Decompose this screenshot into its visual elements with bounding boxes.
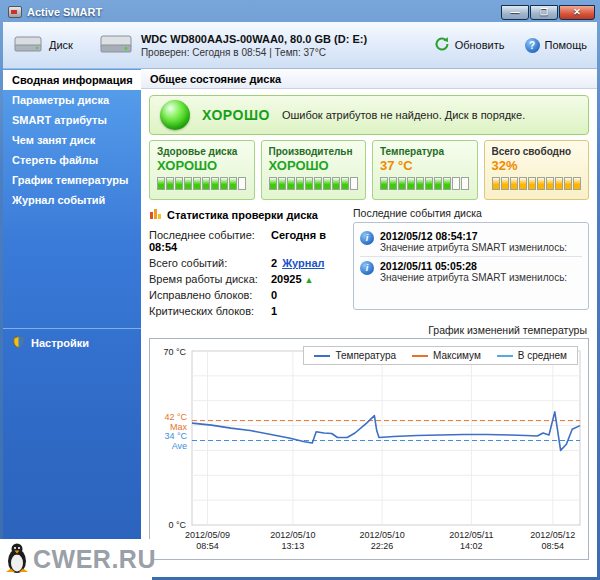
help-label: Помощь [545, 39, 588, 51]
help-icon: ? [525, 38, 540, 53]
stat-last-event: Последнее событие:Сегодня в 08:54 [149, 227, 345, 255]
recent-disk-events: Последние события диска i 2012/05/12 08:… [353, 207, 589, 319]
journal-link[interactable]: Журнал [282, 257, 324, 269]
penguin-logo-icon [4, 542, 30, 578]
drive-icon [13, 34, 43, 56]
page-title: Общее состояние диска [141, 69, 597, 89]
stats-title: Статистика проверки диска [167, 209, 318, 221]
svg-text:34 °C: 34 °C [164, 431, 187, 441]
svg-text:2012/05/10: 2012/05/10 [360, 530, 405, 540]
stat-critical-blocks: Критических блоков:1 [149, 303, 345, 319]
event-item: i 2012/05/11 05:05:28 Значение атрибута … [360, 256, 582, 286]
svg-text:08:54: 08:54 [542, 541, 565, 551]
card-temperature: Температура 37 °C [372, 140, 478, 200]
temperature-line-chart: 2012/05/0908:542012/05/1013:132012/05/10… [150, 339, 588, 559]
status-message: Ошибок атрибутов не найдено. Диск в поря… [282, 109, 525, 121]
minimize-button[interactable]: — [501, 5, 529, 20]
help-button[interactable]: ? Помощь [525, 38, 588, 53]
svg-text:2012/05/12: 2012/05/12 [530, 530, 575, 540]
up-arrow-icon: ▲ [305, 275, 314, 285]
current-drive-icon [99, 32, 133, 58]
stat-fixed-blocks: Исправлено блоков:0 [149, 287, 345, 303]
window-title: Active SMART [27, 6, 102, 18]
sidebar-item-erase-files[interactable]: Стереть файлы [3, 150, 141, 170]
sidebar-item-smart-attributes[interactable]: SMART атрибуты [3, 110, 141, 130]
refresh-icon [434, 36, 450, 54]
legend-average: В среднем [497, 350, 567, 361]
disk-selector-label: Диск [49, 39, 73, 51]
main-content: Общее состояние диска ХОРОШО Ошибок атри… [141, 69, 597, 577]
card-title: Всего свободно [492, 146, 582, 157]
card-value: ХОРОШО [157, 158, 247, 173]
card-title: Производительн [269, 146, 359, 157]
app-window: Active SMART — ❐ ✕ Диск WDC WD800AAJS-00… [0, 0, 600, 580]
toolbar: Диск WDC WD800AAJS-00WAA0, 80.0 GB (D: E… [3, 22, 597, 69]
legend-maximum: Максимум [412, 350, 481, 361]
disk-status: Проверен: Сегодня в 08:54 | Темп: 37°C [141, 47, 367, 58]
status-word: ХОРОШО [202, 107, 270, 123]
disk-name: WDC WD800AAJS-00WAA0, 80.0 GB (D: E:) [141, 33, 367, 45]
health-gauge [157, 177, 247, 190]
card-title: Здоровье диска [157, 146, 247, 157]
legend-temperature: Температура [314, 350, 396, 361]
event-item: i 2012/05/12 08:54:17 Значение атрибута … [360, 227, 582, 256]
disk-selector[interactable]: Диск [13, 34, 73, 56]
card-free-space: Всего свободно 32% [484, 140, 590, 200]
stats-chart-icon [149, 207, 162, 222]
info-icon: i [360, 231, 374, 245]
card-value: ХОРОШО [269, 158, 359, 173]
svg-text:14:02: 14:02 [460, 541, 483, 551]
status-cards: Здоровье диска ХОРОШО Производительн ХОР… [149, 140, 589, 200]
events-list: i 2012/05/12 08:54:17 Значение атрибута … [353, 222, 589, 310]
overall-status: ХОРОШО Ошибок атрибутов не найдено. Диск… [149, 95, 589, 135]
watermark-text: CWER.RU [33, 545, 156, 574]
svg-text:08:54: 08:54 [196, 541, 219, 551]
app-body: Сводная информация Параметры диска SMART… [3, 69, 597, 577]
status-orb-icon [160, 100, 190, 130]
disk-check-statistics: Статистика проверки диска Последнее собы… [149, 207, 345, 319]
maximize-button[interactable]: ❐ [530, 5, 558, 20]
card-title: Температура [380, 146, 470, 157]
app-icon [8, 6, 22, 18]
stat-total-events: Всего событий:2Журнал [149, 255, 345, 271]
svg-text:Max: Max [170, 422, 188, 432]
sidebar-item-disk-parameters[interactable]: Параметры диска [3, 90, 141, 110]
sidebar-item-summary[interactable]: Сводная информация [3, 70, 141, 90]
svg-text:2012/05/09: 2012/05/09 [185, 530, 230, 540]
legend-line-sample [314, 355, 330, 357]
temperature-chart: Температура Максимум В среднем 2012/05/0… [149, 338, 589, 560]
card-value: 37 °C [380, 158, 470, 173]
svg-text:42 °C: 42 °C [164, 412, 187, 422]
sidebar-item-event-log[interactable]: Журнал событий [3, 190, 141, 210]
refresh-button[interactable]: Обновить [434, 36, 505, 54]
card-value: 32% [492, 158, 582, 173]
info-icon: i [360, 261, 374, 275]
performance-gauge [269, 177, 359, 190]
free-space-gauge [492, 177, 582, 190]
legend-line-sample [412, 355, 428, 357]
settings-label: Настройки [31, 337, 89, 349]
current-disk-info: WDC WD800AAJS-00WAA0, 80.0 GB (D: E:) Пр… [99, 32, 367, 58]
close-button[interactable]: ✕ [559, 5, 595, 20]
events-title: Последние события диска [353, 207, 589, 219]
window-controls: — ❐ ✕ [500, 5, 595, 20]
svg-text:2012/05/11: 2012/05/11 [449, 530, 493, 540]
chart-legend: Температура Максимум В среднем [303, 346, 578, 365]
refresh-label: Обновить [455, 39, 505, 51]
svg-text:2012/05/10: 2012/05/10 [270, 530, 315, 540]
chart-title: График изменений температуры [141, 324, 587, 336]
temperature-gauge [380, 177, 470, 190]
sidebar-item-settings[interactable]: Настройки [3, 329, 141, 357]
sidebar: Сводная информация Параметры диска SMART… [3, 69, 141, 577]
stat-power-on-hours: Время работы диска:20925▲ [149, 271, 345, 287]
svg-text:22:26: 22:26 [371, 541, 394, 551]
svg-text:13:13: 13:13 [282, 541, 305, 551]
sidebar-item-disk-usage[interactable]: Чем занят диск [3, 130, 141, 150]
card-performance: Производительн ХОРОШО [261, 140, 367, 200]
svg-text:0 °C: 0 °C [168, 520, 186, 530]
svg-text:Ave: Ave [172, 441, 187, 451]
svg-text:70 °C: 70 °C [163, 347, 186, 357]
sidebar-item-temperature-graph[interactable]: График температуры [3, 170, 141, 190]
cwer-watermark: CWER.RU [0, 539, 152, 580]
card-disk-health: Здоровье диска ХОРОШО [149, 140, 255, 200]
